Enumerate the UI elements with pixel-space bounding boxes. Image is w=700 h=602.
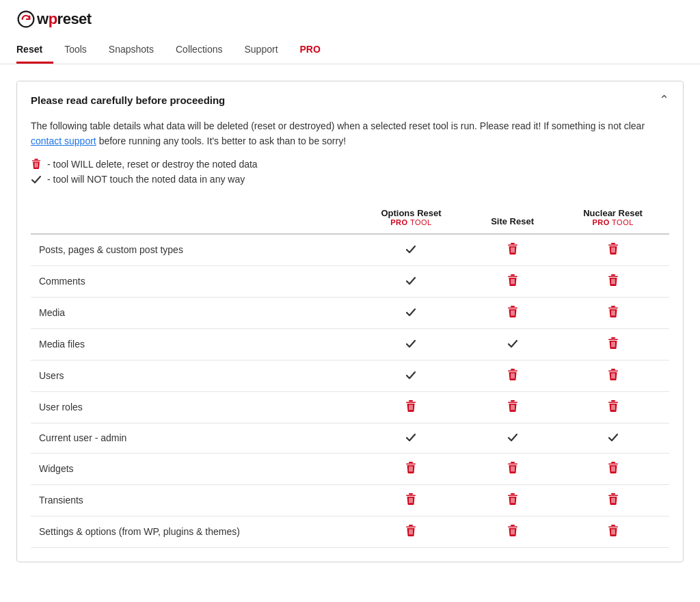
- trash-icon: [608, 369, 619, 381]
- trash-icon: [405, 525, 416, 537]
- nav-item-snapshots[interactable]: Snapshots: [98, 38, 165, 64]
- trash-icon: [405, 493, 416, 506]
- trash-icon: [507, 274, 518, 287]
- row-site-reset: [468, 484, 556, 516]
- col-header-options-reset: Options Reset PRO TOOL: [354, 201, 468, 234]
- nav-item-tools[interactable]: Tools: [53, 38, 98, 64]
- trash-icon: [507, 525, 518, 537]
- svg-rect-32: [608, 307, 618, 309]
- svg-rect-97: [406, 526, 416, 527]
- svg-rect-62: [608, 402, 618, 403]
- row-label: Users: [31, 360, 354, 391]
- check-icon: [507, 432, 518, 443]
- trash-icon: [507, 306, 518, 318]
- row-label: Comments: [31, 265, 354, 297]
- trash-icon: [507, 243, 518, 255]
- svg-rect-41: [511, 369, 515, 370]
- card-header-title: Please read carefully before proceeding: [31, 94, 225, 106]
- trash-icon: [507, 400, 518, 413]
- legend-trash-text: - tool WILL delete, reset or destroy the…: [47, 159, 258, 170]
- nuclear-reset-sub: PRO TOOL: [565, 218, 661, 226]
- row-options-reset: [354, 297, 468, 328]
- table-row: Posts, pages & custom post types: [31, 234, 669, 266]
- nav-item-support[interactable]: Support: [233, 38, 288, 64]
- row-label: Media: [31, 297, 354, 328]
- row-label: Posts, pages & custom post types: [31, 234, 354, 266]
- nav-item-pro[interactable]: PRO: [289, 38, 332, 64]
- svg-rect-52: [406, 402, 416, 403]
- trash-icon: [405, 462, 416, 474]
- logo-icon: [16, 10, 36, 29]
- trash-icon: [608, 306, 619, 318]
- row-options-reset: [354, 423, 468, 453]
- trash-icon: [507, 369, 518, 381]
- trash-icon: [608, 462, 619, 474]
- data-table: Options Reset PRO TOOL Site Reset Nuclea…: [31, 201, 669, 548]
- chevron-up-icon[interactable]: ⌃: [659, 92, 669, 107]
- trash-icon: [405, 400, 416, 413]
- row-nuclear-reset: [556, 484, 669, 516]
- svg-rect-96: [409, 525, 413, 526]
- row-options-reset: [354, 234, 468, 266]
- nav: Reset Tools Snapshots Collections Suppor…: [16, 38, 684, 64]
- svg-rect-86: [511, 493, 515, 495]
- row-nuclear-reset: [556, 516, 669, 547]
- row-label: User roles: [31, 391, 354, 423]
- trash-icon: [507, 493, 518, 506]
- row-nuclear-reset: [556, 265, 669, 297]
- row-nuclear-reset: [556, 391, 669, 423]
- svg-rect-72: [508, 463, 517, 464]
- trash-icon: [608, 525, 619, 537]
- table-row: Transients: [31, 484, 669, 516]
- row-label: Media files: [31, 328, 354, 360]
- row-nuclear-reset: [556, 328, 669, 360]
- svg-rect-71: [511, 462, 515, 463]
- svg-rect-26: [511, 306, 515, 307]
- row-site-reset: [468, 265, 556, 297]
- main-content: Please read carefully before proceeding …: [0, 64, 700, 579]
- check-icon: [405, 306, 416, 317]
- table-row: Users: [31, 360, 669, 391]
- check-icon: [507, 338, 518, 349]
- check-icon: [405, 369, 416, 380]
- legend: - tool WILL delete, reset or destroy the…: [31, 159, 669, 185]
- nav-item-reset[interactable]: Reset: [16, 38, 53, 64]
- table-row: Media files: [31, 328, 669, 360]
- svg-rect-27: [508, 307, 517, 309]
- svg-rect-31: [611, 306, 615, 307]
- contact-support-link[interactable]: contact support: [31, 135, 96, 146]
- row-site-reset: [468, 423, 556, 453]
- intro-text-after: before running any tools. It's better to…: [99, 135, 346, 146]
- card-body: The following table details what data wi…: [17, 118, 683, 562]
- row-label: Settings & options (from WP, plugins & t…: [31, 516, 354, 547]
- row-options-reset: [354, 328, 468, 360]
- svg-rect-7: [508, 244, 517, 246]
- nav-item-collections[interactable]: Collections: [165, 38, 233, 64]
- row-options-reset: [354, 453, 468, 484]
- svg-rect-101: [511, 525, 515, 526]
- app-wrapper: wpreset Reset Tools Snapshots Collection…: [0, 0, 700, 602]
- row-nuclear-reset: [556, 423, 669, 453]
- svg-rect-87: [508, 495, 517, 496]
- svg-rect-11: [611, 243, 615, 244]
- trash-icon: [608, 337, 619, 350]
- trash-icon: [608, 243, 619, 255]
- check-icon: [608, 432, 619, 443]
- table-header-row: Options Reset PRO TOOL Site Reset Nuclea…: [31, 201, 669, 234]
- row-options-reset: [354, 516, 468, 547]
- svg-rect-81: [409, 493, 413, 495]
- row-options-reset: [354, 360, 468, 391]
- row-site-reset: [468, 360, 556, 391]
- table-row: Media: [31, 297, 669, 328]
- row-options-reset: [354, 484, 468, 516]
- svg-rect-51: [409, 400, 413, 402]
- header: wpreset Reset Tools Snapshots Collection…: [0, 0, 700, 64]
- check-icon: [405, 338, 416, 349]
- table-body: Posts, pages & custom post types Comment…: [31, 234, 669, 548]
- svg-rect-106: [611, 525, 615, 526]
- svg-rect-42: [508, 370, 517, 371]
- card-header[interactable]: Please read carefully before proceeding …: [17, 81, 683, 118]
- logo-text: wpreset: [37, 10, 92, 28]
- legend-check-text: - tool will NOT touch the noted data in …: [47, 174, 245, 185]
- svg-rect-77: [608, 463, 618, 464]
